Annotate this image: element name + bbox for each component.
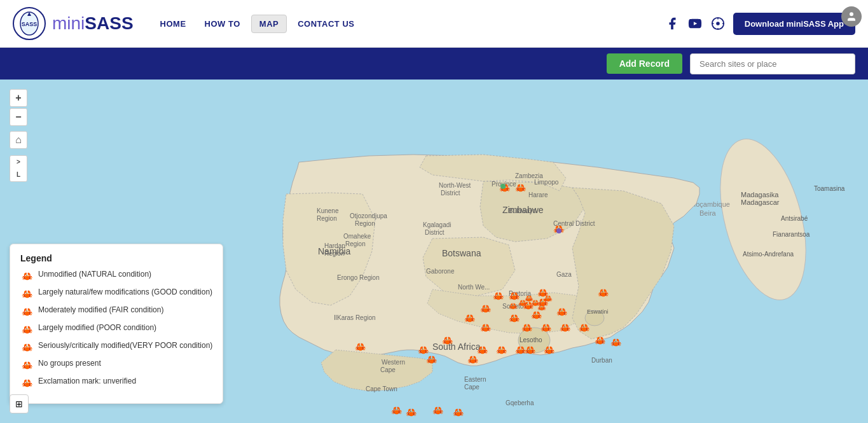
svg-text:🦀: 🦀 bbox=[521, 322, 533, 333]
layer-button[interactable]: ⊞ bbox=[10, 394, 29, 413]
map-controls: + − ⌂ >L bbox=[10, 89, 27, 182]
add-record-button[interactable]: Add Record bbox=[607, 53, 682, 74]
svg-text:🦀: 🦀 bbox=[391, 405, 403, 416]
facebook-icon[interactable] bbox=[665, 16, 680, 31]
legend-icon-unverified: 🦀 bbox=[20, 377, 33, 389]
legend-item-natural: 🦀 Unmodified (NATURAL condition) bbox=[20, 270, 212, 282]
svg-text:🦀: 🦀 bbox=[515, 183, 527, 193]
svg-text:🦀: 🦀 bbox=[406, 407, 417, 418]
svg-text:🦀: 🦀 bbox=[560, 322, 571, 333]
svg-text:🦀: 🦀 bbox=[556, 307, 568, 317]
svg-text:District: District bbox=[425, 229, 444, 236]
legend-label-no-groups: No groups present bbox=[38, 359, 101, 369]
svg-text:Erongo Region: Erongo Region bbox=[337, 274, 380, 281]
legend-item-fair: 🦀 Moderately modified (FAIR condition) bbox=[20, 305, 212, 318]
svg-text:🦀: 🦀 bbox=[480, 303, 492, 314]
svg-text:Cape: Cape bbox=[464, 384, 479, 391]
svg-text:🦀: 🦀 bbox=[537, 303, 546, 312]
svg-text:SASS: SASS bbox=[22, 21, 38, 27]
svg-text:Madagasika: Madagasika bbox=[741, 191, 779, 198]
zoom-out-button[interactable]: − bbox=[10, 108, 27, 126]
svg-text:Cape Town: Cape Town bbox=[366, 385, 397, 392]
legend-title: Legend bbox=[20, 253, 212, 263]
svg-text:🦀: 🦀 bbox=[493, 291, 504, 302]
svg-text:Antsirabé: Antsirabé bbox=[781, 215, 808, 222]
legend-label-natural: Unmodified (NATURAL condition) bbox=[38, 270, 151, 280]
legend-icon-fair: 🦀 bbox=[20, 305, 33, 318]
svg-text:Madagascar: Madagascar bbox=[741, 198, 780, 206]
svg-text:Lesotho: Lesotho bbox=[520, 336, 542, 343]
logo-text: miniSASS bbox=[52, 13, 134, 34]
download-app-button[interactable]: Download miniSASS App bbox=[733, 13, 855, 35]
svg-text:🦀: 🦀 bbox=[610, 337, 622, 348]
svg-text:North-West: North-West bbox=[439, 182, 471, 189]
legend-icon-natural: 🦀 bbox=[20, 270, 33, 282]
svg-text:Gqeberha: Gqeberha bbox=[506, 399, 534, 406]
svg-text:🦀: 🦀 bbox=[509, 302, 518, 310]
svg-text:🦀: 🦀 bbox=[595, 335, 606, 346]
svg-text:Harare: Harare bbox=[528, 191, 548, 198]
svg-text:IlKaras Region: IlKaras Region bbox=[334, 314, 376, 321]
svg-text:🦀: 🦀 bbox=[515, 345, 527, 356]
logo-area: SASS miniSASS bbox=[13, 7, 134, 40]
svg-text:Region: Region bbox=[324, 250, 345, 257]
svg-text:🦀: 🦀 bbox=[453, 407, 464, 418]
legend-icon-no-groups: 🦀 bbox=[20, 359, 33, 371]
svg-text:South Africa: South Africa bbox=[432, 342, 481, 352]
svg-text:Otjozondjupa: Otjozondjupa bbox=[350, 212, 387, 219]
svg-text:Kunene: Kunene bbox=[317, 207, 339, 214]
svg-text:🦀: 🦀 bbox=[467, 354, 479, 365]
svg-text:🦀: 🦀 bbox=[525, 345, 536, 356]
legend-icon-very-poor: 🦀 bbox=[20, 341, 33, 354]
main-nav: HOME HOW TO MAP CONTACT US bbox=[153, 15, 362, 33]
svg-text:Eswatini: Eswatini bbox=[587, 309, 609, 315]
svg-text:Atsimo-Andrefana: Atsimo-Andrefana bbox=[743, 251, 794, 258]
map-container[interactable]: Madagasika Madagascar Toamasina Antsirab… bbox=[0, 80, 868, 423]
nav-home[interactable]: HOME bbox=[153, 15, 194, 32]
legend-label-poor: Largely modified (POOR condition) bbox=[38, 323, 156, 333]
svg-text:🦀: 🦀 bbox=[432, 405, 444, 416]
svg-point-4 bbox=[716, 22, 720, 25]
user-avatar[interactable] bbox=[841, 6, 862, 27]
svg-text:Gaborone: Gaborone bbox=[426, 268, 455, 275]
svg-text:🦀: 🦀 bbox=[477, 345, 488, 356]
legend-icon-poor: 🦀 bbox=[20, 323, 33, 336]
nav-map[interactable]: MAP bbox=[251, 15, 287, 33]
svg-text:🦀: 🦀 bbox=[509, 313, 520, 324]
legend-label-good: Largely natural/few modifications (GOOD … bbox=[38, 288, 212, 298]
svg-text:🦀: 🦀 bbox=[442, 335, 453, 346]
zoom-in-button[interactable]: + bbox=[10, 89, 27, 107]
legend-item-no-groups: 🦀 No groups present bbox=[20, 359, 212, 371]
svg-text:Bulawayo: Bulawayo bbox=[509, 207, 537, 214]
reset-view-button[interactable]: ⌂ bbox=[10, 131, 27, 149]
wordpress-icon[interactable] bbox=[710, 16, 726, 31]
header-right: Download miniSASS App bbox=[665, 13, 855, 35]
svg-text:🦀: 🦀 bbox=[418, 345, 429, 356]
svg-text:🦀: 🦀 bbox=[355, 342, 366, 352]
nav-howto[interactable]: HOW TO bbox=[197, 15, 248, 32]
svg-text:Region: Region bbox=[355, 220, 375, 227]
logo-icon: SASS bbox=[13, 7, 46, 40]
legend-label-fair: Moderately modified (FAIR condition) bbox=[38, 305, 163, 316]
svg-point-99 bbox=[556, 228, 561, 233]
svg-text:🦀: 🦀 bbox=[598, 288, 609, 298]
legend-item-good: 🦀 Largely natural/few modifications (GOO… bbox=[20, 288, 212, 300]
svg-text:Eastern: Eastern bbox=[464, 376, 486, 383]
nav-contact[interactable]: CONTACT US bbox=[290, 15, 362, 32]
legend-label-unverified: Exclamation mark: unverified bbox=[38, 377, 136, 387]
svg-point-5 bbox=[850, 12, 853, 16]
svg-text:Limpopo: Limpopo bbox=[534, 179, 559, 186]
svg-text:Cape: Cape bbox=[380, 366, 396, 373]
svg-point-98 bbox=[500, 184, 506, 189]
svg-text:🦀: 🦀 bbox=[544, 345, 555, 356]
svg-text:🦀: 🦀 bbox=[541, 322, 552, 333]
toolbar: Add Record bbox=[0, 48, 868, 80]
svg-text:Fianarantsoa: Fianarantsoa bbox=[773, 231, 810, 238]
svg-text:🦀: 🦀 bbox=[531, 310, 542, 321]
collapse-button[interactable]: >L bbox=[10, 155, 27, 182]
svg-text:Beira: Beira bbox=[699, 209, 717, 217]
youtube-icon[interactable] bbox=[687, 16, 703, 31]
svg-text:Durban: Durban bbox=[591, 357, 612, 364]
search-input[interactable] bbox=[690, 53, 855, 74]
svg-text:🦀: 🦀 bbox=[496, 345, 507, 356]
